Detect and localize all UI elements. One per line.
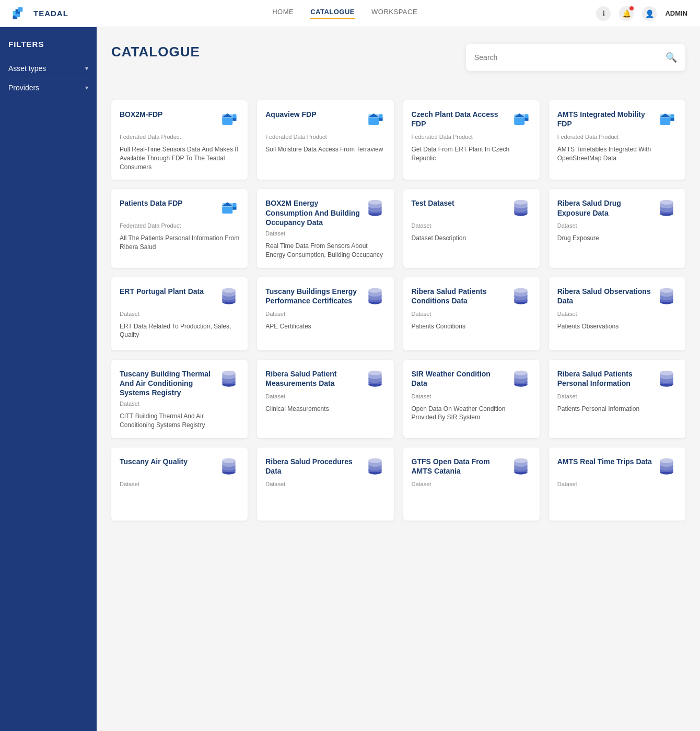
logo[interactable]: TEADAL xyxy=(13,7,68,20)
dataset-icon xyxy=(510,369,531,390)
dataset-icon xyxy=(510,287,531,308)
card-type: Dataset xyxy=(557,481,677,487)
card-header: Ribera Salud Observations Data xyxy=(557,287,677,308)
card-19[interactable]: AMTS Real Time Trips Data Dataset xyxy=(549,447,685,521)
card-13[interactable]: Ribera Salud Patient Measurements Data D… xyxy=(257,360,393,438)
card-header: Czech Plant Data Access FDP xyxy=(412,110,531,131)
card-title: Ribera Salud Observations Data xyxy=(557,287,656,305)
dataset-icon xyxy=(656,457,677,478)
svg-rect-14 xyxy=(379,114,382,118)
info-icon[interactable]: ℹ xyxy=(596,6,611,21)
user-icon[interactable]: 👤 xyxy=(642,6,657,21)
card-8[interactable]: ERT Portugal Plant Data Dataset ERT Data… xyxy=(111,277,248,350)
filter-providers[interactable]: Providers ▾ xyxy=(8,78,88,97)
card-header: SIR Weather Condition Data xyxy=(412,369,531,390)
admin-label[interactable]: ADMIN xyxy=(665,9,687,17)
card-type: Dataset xyxy=(120,481,239,487)
card-3[interactable]: AMTS Integrated Mobility FDP Federated D… xyxy=(549,100,685,180)
card-type: Dataset xyxy=(120,400,239,407)
card-header: BOX2M Energy Consumption And Building Oc… xyxy=(265,198,385,227)
chevron-down-icon: ▾ xyxy=(85,84,88,91)
card-type: Dataset xyxy=(265,311,385,317)
card-7[interactable]: Ribera Salud Drug Exposure Data Dataset … xyxy=(549,189,685,267)
filter-asset-types[interactable]: Asset types ▾ xyxy=(8,59,88,78)
card-title: Tuscany Building Thermal And Air Conditi… xyxy=(120,369,218,398)
card-12[interactable]: Tuscany Building Thermal And Air Conditi… xyxy=(111,360,248,438)
search-input[interactable] xyxy=(474,53,666,62)
card-title: AMTS Integrated Mobility FDP xyxy=(557,110,656,128)
card-5[interactable]: BOX2M Energy Consumption And Building Oc… xyxy=(257,189,393,267)
svg-point-113 xyxy=(223,458,236,463)
card-title: Ribera Salud Patients Conditions Data xyxy=(412,287,510,305)
page-title: CATALOGUE xyxy=(111,44,200,60)
header: TEADAL HOME CATALOGUE WORKSPACE ℹ 🔔 👤 AD… xyxy=(0,0,700,27)
card-type: Dataset xyxy=(412,222,531,229)
card-desc: Patients Personal Information xyxy=(557,405,677,414)
card-2[interactable]: Czech Plant Data Access FDP Federated Da… xyxy=(403,100,540,180)
search-button[interactable]: 🔍 xyxy=(666,52,677,63)
card-type: Dataset xyxy=(557,393,677,399)
card-16[interactable]: Tuscany Air Quality Dataset xyxy=(111,447,248,521)
svg-rect-10 xyxy=(368,117,379,125)
card-10[interactable]: Ribera Salud Patients Conditions Data Da… xyxy=(403,277,540,350)
dataset-icon xyxy=(510,198,531,219)
card-header: Ribera Salud Patients Personal Informati… xyxy=(557,369,677,390)
dataset-icon xyxy=(218,457,239,478)
card-14[interactable]: SIR Weather Condition Data Dataset Open … xyxy=(403,360,540,438)
card-9[interactable]: Tuscany Buildings Energy Performance Cer… xyxy=(257,277,393,350)
card-header: AMTS Real Time Trips Data xyxy=(557,457,677,478)
card-type: Federated Data Product xyxy=(557,134,677,140)
svg-rect-5 xyxy=(223,117,233,125)
card-title: Aquaview FDP xyxy=(265,110,364,119)
notifications-icon[interactable]: 🔔 xyxy=(619,6,634,21)
fdp-icon xyxy=(656,110,677,131)
dataset-icon xyxy=(365,369,386,390)
svg-point-36 xyxy=(368,200,381,205)
dataset-icon xyxy=(365,287,386,308)
card-header: Aquaview FDP xyxy=(265,110,385,131)
card-0[interactable]: BOX2M-FDP Federated Data Product Pull Re… xyxy=(111,100,248,180)
filter-providers-label: Providers xyxy=(8,84,39,92)
card-title: BOX2M Energy Consumption And Building Oc… xyxy=(265,198,364,227)
dataset-icon xyxy=(218,369,239,390)
card-17[interactable]: Ribera Salud Procedures Data Dataset xyxy=(257,447,393,521)
card-header: Ribera Salud Patients Conditions Data xyxy=(412,287,531,308)
card-15[interactable]: Ribera Salud Patients Personal Informati… xyxy=(549,360,685,438)
top-bar: CATALOGUE 🔍 xyxy=(111,44,685,88)
card-1[interactable]: Aquaview FDP Federated Data Product Soil… xyxy=(257,100,393,180)
svg-point-127 xyxy=(514,458,527,463)
card-header: Ribera Salud Patient Measurements Data xyxy=(265,369,385,390)
card-18[interactable]: GTFS Open Data From AMTS Catania Dataset xyxy=(403,447,540,521)
svg-point-57 xyxy=(223,288,236,292)
svg-point-99 xyxy=(514,370,527,375)
dataset-icon xyxy=(365,457,386,478)
svg-rect-20 xyxy=(660,117,670,125)
card-title: Patients Data FDP xyxy=(120,198,218,208)
card-11[interactable]: Ribera Salud Observations Data Dataset P… xyxy=(549,277,685,350)
nav-catalogue[interactable]: CATALOGUE xyxy=(310,8,355,19)
card-title: Tuscany Buildings Energy Performance Cer… xyxy=(265,287,364,305)
header-right: ℹ 🔔 👤 ADMIN xyxy=(596,6,687,21)
card-type: Dataset xyxy=(412,311,531,317)
card-type: Federated Data Product xyxy=(265,134,385,140)
svg-point-71 xyxy=(514,288,527,292)
svg-point-85 xyxy=(223,370,236,375)
layout: FILTERS Asset types ▾ Providers ▾ CATALO… xyxy=(0,27,700,731)
card-desc: Patients Conditions xyxy=(412,322,531,331)
card-4[interactable]: Patients Data FDP Federated Data Product… xyxy=(111,189,248,267)
nav-home[interactable]: HOME xyxy=(272,8,294,19)
svg-rect-25 xyxy=(223,206,233,214)
card-title: GTFS Open Data From AMTS Catania xyxy=(412,457,510,476)
svg-rect-4 xyxy=(16,14,20,17)
svg-rect-24 xyxy=(670,114,674,118)
card-desc: ERT Data Related To Production, Sales, Q… xyxy=(120,322,239,340)
svg-point-64 xyxy=(368,288,381,292)
card-desc: Open Data On Weather Condition Provided … xyxy=(412,405,531,422)
card-header: Tuscany Buildings Energy Performance Cer… xyxy=(265,287,385,308)
card-desc: CITT Building Thermal And Air Conditioni… xyxy=(120,412,239,430)
card-title: AMTS Real Time Trips Data xyxy=(557,457,656,466)
card-6[interactable]: Test Dataset Dataset Dataset Description xyxy=(403,189,540,267)
fdp-icon xyxy=(218,110,239,131)
fdp-icon xyxy=(218,198,239,219)
nav-workspace[interactable]: WORKSPACE xyxy=(371,8,417,19)
